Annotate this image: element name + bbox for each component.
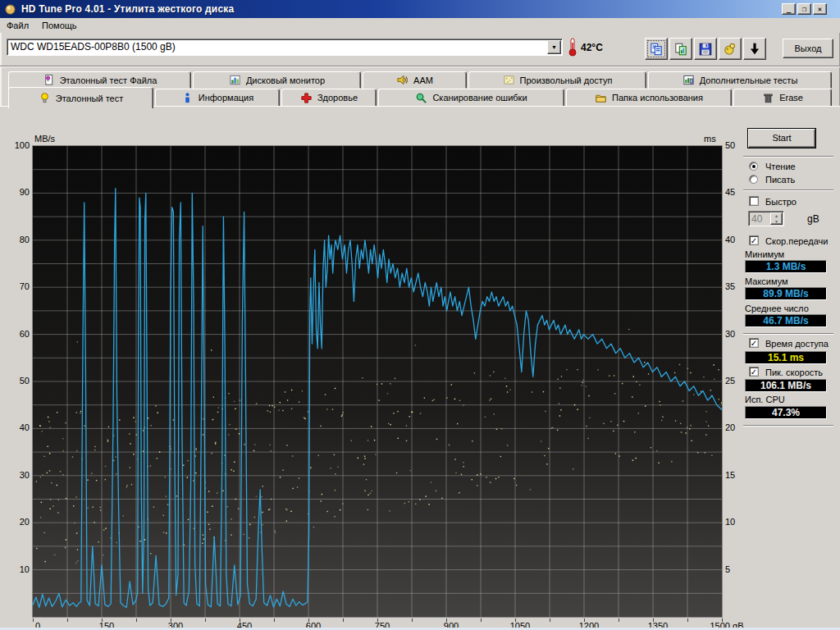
- drive-select[interactable]: WDC WD15EADS-00P8B0 (1500 gB) ▼: [7, 39, 563, 56]
- stepper-down-icon[interactable]: ▼: [771, 219, 782, 225]
- y-right-tick-label: 45: [725, 187, 735, 197]
- restore-button[interactable]: ❐: [797, 3, 811, 15]
- stepper-up-icon[interactable]: ▲: [771, 213, 782, 219]
- y-left-tick-label: 20: [3, 517, 30, 527]
- y-left-tick-label: 40: [3, 422, 30, 432]
- minimize-button[interactable]: _: [782, 3, 796, 15]
- tab-health-label: Здоровье: [317, 93, 358, 103]
- capacity-stepper[interactable]: 40 ▲▼: [748, 211, 784, 226]
- transfer-checkbox[interactable]: ✓: [749, 235, 759, 245]
- transfer-checkbox-label: Скор.передачи: [765, 236, 828, 246]
- tab-extra-tests[interactable]: Дополнительные тесты: [648, 71, 832, 89]
- tab-info[interactable]: Информация: [155, 89, 280, 107]
- x-axis-tick: [722, 619, 723, 622]
- chevron-down-icon[interactable]: ▼: [547, 40, 561, 54]
- save-floppy-icon: [698, 42, 713, 57]
- benchmark-chart: [32, 145, 723, 618]
- y-right-tick-label: 40: [725, 235, 735, 244]
- cpu-usage-label: Исп. CPU: [745, 395, 785, 404]
- temperature-indicator: 42°C: [568, 37, 603, 58]
- tab-folder-usage[interactable]: Папка использования: [566, 89, 732, 107]
- y-right-axis-title: ms: [704, 134, 716, 144]
- panel-separator: [743, 189, 833, 191]
- menu-file[interactable]: Файл: [0, 19, 35, 32]
- x-axis-tick: [240, 619, 240, 622]
- menu-bar: Файл Помощь: [0, 18, 840, 33]
- tab-file-benchmark-label: Эталонный тест Файла: [60, 75, 158, 85]
- y-left-tick-label: 10: [3, 564, 30, 574]
- capacity-value: 40: [751, 213, 762, 225]
- tab-health[interactable]: Здоровье: [281, 89, 377, 107]
- extra-tests-icon: [682, 74, 695, 86]
- read-radio[interactable]: [749, 162, 758, 171]
- panel-separator: [743, 333, 833, 335]
- write-radio[interactable]: [749, 175, 758, 184]
- panel-separator: [743, 156, 833, 158]
- tab-disk-monitor[interactable]: Дисковый монитор: [193, 71, 361, 89]
- y-right-tick-label: 5: [725, 564, 730, 574]
- tab-file-benchmark[interactable]: Эталонный тест Файла: [8, 71, 191, 89]
- y-right-tick-label: 10: [725, 517, 735, 527]
- tab-benchmark-label: Эталонный тест: [56, 94, 123, 103]
- exit-button[interactable]: Выход: [783, 39, 833, 58]
- tab-benchmark[interactable]: Эталонный тест: [8, 87, 153, 108]
- y-right-tick-label: 25: [725, 376, 735, 386]
- x-axis-tick: [33, 619, 34, 622]
- capacity-unit-label: gB: [807, 213, 819, 225]
- y-right-tick-label: 20: [725, 422, 735, 432]
- tab-info-label: Информация: [199, 93, 253, 103]
- tab-extra-tests-label: Дополнительные тесты: [700, 75, 798, 85]
- tab-error-scan[interactable]: Сканирование ошибки: [378, 89, 564, 107]
- fast-checkbox[interactable]: [749, 196, 759, 206]
- y-left-tick-label: 70: [3, 281, 30, 291]
- maximum-value: 89.9 MB/s: [745, 287, 827, 300]
- x-axis-tick: [412, 619, 413, 622]
- y-left-tick-label: 90: [3, 187, 30, 197]
- x-axis-tick: [343, 619, 344, 622]
- copy-pages-icon: [649, 42, 664, 57]
- tab-disk-monitor-label: Дисковый монитор: [246, 75, 325, 85]
- tab-random-access-label: Произвольный доступ: [520, 75, 613, 85]
- copy-image-icon: [673, 42, 688, 57]
- y-left-tick-label: 30: [3, 470, 30, 480]
- title-bar: HD Tune Pro 4.01 - Утилита жесткого диск…: [0, 0, 840, 18]
- burst-checkbox-label: Пик. скорость: [765, 368, 823, 377]
- start-button[interactable]: Start: [748, 129, 815, 148]
- download-button[interactable]: [743, 38, 766, 60]
- tab-random-access[interactable]: Произвольный доступ: [468, 71, 646, 89]
- temperature-value: 42°C: [581, 42, 603, 53]
- y-right-tick-label: 15: [725, 470, 735, 480]
- options-button[interactable]: [719, 38, 742, 60]
- random-access-icon: [503, 74, 515, 86]
- folder-icon: [595, 92, 607, 104]
- tab-aam[interactable]: AAM: [363, 71, 467, 89]
- hd-tune-window: HD Tune Pro 4.01 - Утилита жесткого диск…: [0, 0, 840, 630]
- thermometer-icon: [568, 37, 578, 58]
- save-button[interactable]: [694, 38, 717, 60]
- burst-checkbox[interactable]: ✓: [749, 367, 759, 377]
- tab-folder-usage-label: Папка использования: [612, 93, 703, 103]
- average-value: 46.7 MB/s: [745, 314, 827, 327]
- x-axis-tick: [687, 619, 688, 622]
- file-benchmark-icon: [43, 74, 55, 86]
- access-time-checkbox[interactable]: ✓: [749, 338, 759, 348]
- copy-pages-button[interactable]: [645, 38, 668, 60]
- health-cross-icon: [300, 92, 313, 104]
- drive-select-value: WDC WD15EADS-00P8B0 (1500 gB): [11, 41, 176, 52]
- app-icon: [4, 3, 16, 16]
- x-axis-tick: [619, 619, 619, 622]
- x-axis-tick: [550, 619, 550, 622]
- tab-error-scan-label: Сканирование ошибки: [432, 93, 527, 103]
- y-right-tick-label: 30: [725, 329, 735, 339]
- tab-erase[interactable]: Erase: [733, 89, 832, 107]
- x-axis-tick: [205, 619, 206, 622]
- menu-help[interactable]: Помощь: [35, 19, 84, 32]
- x-axis-tick: [171, 619, 171, 622]
- y-left-tick-label: 100: [3, 140, 30, 150]
- y-right-tick-label: 50: [725, 140, 735, 150]
- average-label: Среднее число: [745, 304, 809, 313]
- options-icon: [723, 42, 737, 57]
- copy-image-button[interactable]: [669, 38, 692, 60]
- minimum-value: 1.3 MB/s: [745, 260, 827, 273]
- close-button[interactable]: ✕: [813, 3, 827, 15]
